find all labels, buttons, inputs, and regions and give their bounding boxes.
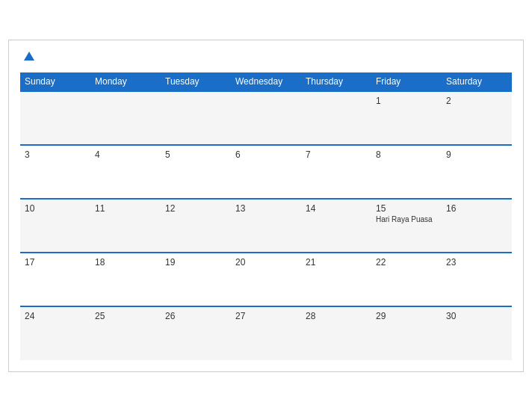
day-number: 17	[25, 257, 86, 268]
calendar-cell: 26	[161, 306, 231, 360]
day-number: 3	[25, 149, 86, 160]
calendar-cell: 15Hari Raya Puasa	[371, 199, 442, 253]
calendar-cell: 9	[442, 145, 512, 199]
weekday-header-wednesday: Wednesday	[231, 72, 301, 91]
calendar-header	[20, 48, 512, 65]
calendar-cell: 12	[161, 199, 231, 253]
weekday-header-sunday: Sunday	[20, 72, 90, 91]
calendar-cell: 17	[20, 253, 90, 306]
calendar-cell: 13	[231, 199, 301, 253]
calendar-week-row: 101112131415Hari Raya Puasa16	[20, 199, 512, 253]
day-number: 2	[446, 96, 507, 106]
weekday-header-tuesday: Tuesday	[161, 72, 231, 91]
day-number: 28	[306, 311, 367, 321]
day-number: 23	[446, 257, 507, 268]
calendar-cell: 27	[231, 306, 301, 360]
calendar-week-row: 3456789	[20, 145, 512, 199]
calendar-cell	[231, 91, 301, 145]
calendar-cell: 22	[371, 253, 442, 306]
calendar-cell: 7	[301, 145, 371, 199]
calendar-cell: 14	[301, 199, 371, 253]
day-number: 15	[376, 203, 437, 214]
day-number: 18	[95, 257, 156, 268]
day-number: 20	[235, 257, 297, 268]
calendar-cell: 29	[371, 306, 442, 360]
calendar-week-row: 24252627282930	[20, 306, 512, 360]
calendar-cell: 28	[301, 306, 371, 360]
calendar-cell: 25	[90, 306, 161, 360]
calendar-cell: 21	[301, 253, 371, 306]
calendar-cell	[301, 91, 371, 145]
calendar-cell: 2	[442, 91, 512, 145]
day-number: 7	[306, 149, 367, 160]
calendar-cell: 19	[161, 253, 231, 306]
day-number: 25	[95, 311, 156, 321]
calendar-cell: 18	[90, 253, 161, 306]
calendar-cell: 4	[90, 145, 161, 199]
day-number: 26	[165, 311, 226, 321]
day-number: 16	[446, 203, 507, 214]
day-number: 14	[306, 203, 367, 214]
calendar-cell: 3	[20, 145, 90, 199]
calendar-cell: 30	[442, 306, 512, 360]
calendar-week-row: 17181920212223	[20, 253, 512, 306]
day-number: 8	[376, 149, 437, 160]
day-number: 29	[376, 311, 437, 321]
calendar-cell: 5	[161, 145, 231, 199]
calendar-cell: 10	[20, 199, 90, 253]
day-number: 1	[376, 96, 437, 106]
logo	[20, 52, 34, 61]
weekday-header-saturday: Saturday	[442, 72, 512, 91]
day-number: 4	[95, 149, 156, 160]
calendar-cell: 1	[371, 91, 442, 145]
calendar-cell: 23	[442, 253, 512, 306]
calendar-cell: 8	[371, 145, 442, 199]
day-number: 19	[165, 257, 226, 268]
calendar-cell: 20	[231, 253, 301, 306]
weekday-header-friday: Friday	[371, 72, 442, 91]
day-number: 9	[446, 149, 507, 160]
day-number: 21	[306, 257, 367, 268]
day-number: 27	[235, 311, 297, 321]
day-number: 10	[25, 203, 86, 214]
day-number: 5	[165, 149, 226, 160]
weekday-header-monday: Monday	[90, 72, 161, 91]
logo-triangle-icon	[24, 52, 34, 61]
event-label: Hari Raya Puasa	[376, 215, 437, 223]
day-number: 12	[165, 203, 226, 214]
weekday-header-thursday: Thursday	[301, 72, 371, 91]
day-number: 30	[446, 311, 507, 321]
calendar-grid: SundayMondayTuesdayWednesdayThursdayFrid…	[20, 72, 512, 360]
calendar-container: SundayMondayTuesdayWednesdayThursdayFrid…	[8, 40, 524, 372]
calendar-cell: 6	[231, 145, 301, 199]
weekday-header-row: SundayMondayTuesdayWednesdayThursdayFrid…	[20, 72, 512, 91]
calendar-cell: 11	[90, 199, 161, 253]
calendar-cell	[90, 91, 161, 145]
calendar-cell	[161, 91, 231, 145]
calendar-cell: 24	[20, 306, 90, 360]
day-number: 22	[376, 257, 437, 268]
day-number: 13	[235, 203, 297, 214]
day-number: 11	[95, 203, 156, 214]
day-number: 6	[235, 149, 297, 160]
calendar-week-row: 12	[20, 91, 512, 145]
calendar-cell	[20, 91, 90, 145]
day-number: 24	[25, 311, 86, 321]
calendar-cell: 16	[442, 199, 512, 253]
